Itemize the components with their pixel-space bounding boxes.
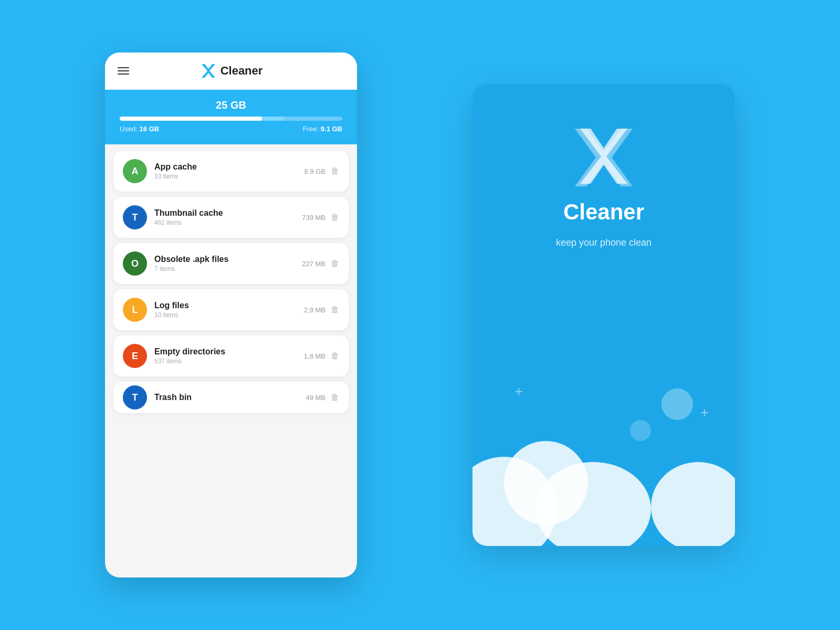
item-info: Trash bin	[154, 393, 298, 402]
items-list: A App cache 33 items 8.9 GB 🗑 T Thumbnai…	[105, 144, 357, 419]
item-count: 461 items	[154, 219, 295, 226]
main-scene: Cleaner 25 GB Used: 16 GB Free: 9.1 GB	[105, 52, 735, 578]
item-size-area: 1,8 MB 🗑	[304, 351, 339, 361]
list-item: L Log files 10 items 2,9 MB 🗑	[113, 289, 349, 330]
item-avatar: O	[123, 251, 147, 276]
app-header: Cleaner	[105, 52, 357, 90]
item-size: 227 MB	[302, 260, 326, 268]
list-item: T Trash bin 49 MB 🗑	[113, 382, 349, 413]
storage-bar-used	[120, 117, 262, 121]
item-avatar: T	[123, 385, 147, 410]
storage-free-label: Free: 9.1 GB	[303, 125, 342, 133]
item-size: 8.9 GB	[304, 167, 326, 175]
list-item: A App cache 33 items 8.9 GB 🗑	[113, 151, 349, 192]
item-size-area: 49 MB 🗑	[306, 393, 339, 402]
item-size-area: 739 MB 🗑	[302, 213, 339, 222]
storage-used-label: Used: 16 GB	[120, 125, 159, 133]
splash-card: Cleaner keep your phone clean + +	[472, 84, 735, 546]
item-avatar: T	[123, 205, 147, 229]
item-avatar: A	[123, 159, 147, 183]
phone-card: Cleaner 25 GB Used: 16 GB Free: 9.1 GB	[105, 52, 357, 578]
trash-icon[interactable]: 🗑	[331, 305, 339, 314]
item-info: Empty directories 537 items	[154, 347, 297, 365]
item-name: Log files	[154, 301, 297, 310]
item-avatar: E	[123, 344, 147, 368]
trash-icon[interactable]: 🗑	[331, 393, 339, 402]
item-info: Log files 10 items	[154, 301, 297, 319]
splash-decoration: + +	[472, 378, 735, 546]
app-title: Cleaner	[220, 64, 263, 78]
storage-total: 25 GB	[120, 99, 342, 111]
storage-labels: Used: 16 GB Free: 9.1 GB	[120, 125, 342, 133]
list-item: T Thumbnail cache 461 items 739 MB 🗑	[113, 197, 349, 238]
storage-bar	[120, 117, 342, 121]
splash-tagline: keep your phone clean	[556, 237, 652, 248]
deco-plus-1: +	[514, 383, 523, 400]
deco-plus-2: +	[700, 404, 709, 421]
item-name: Empty directories	[154, 347, 297, 356]
item-info: Obsolete .apk files 7 items	[154, 255, 295, 272]
item-info: App cache 33 items	[154, 162, 297, 180]
item-count: 7 items	[154, 265, 295, 272]
list-item: E Empty directories 537 items 1,8 MB 🗑	[113, 335, 349, 376]
list-item: O Obsolete .apk files 7 items 227 MB 🗑	[113, 243, 349, 284]
item-name: App cache	[154, 162, 297, 172]
item-avatar: L	[123, 298, 147, 322]
splash-x-logo-icon	[570, 126, 638, 189]
hamburger-menu[interactable]	[118, 67, 129, 75]
storage-section: 25 GB Used: 16 GB Free: 9.1 GB	[105, 90, 357, 144]
x-logo-icon	[200, 62, 217, 80]
item-info: Thumbnail cache 461 items	[154, 208, 295, 226]
trash-icon[interactable]: 🗑	[331, 213, 339, 222]
trash-icon[interactable]: 🗑	[331, 166, 339, 176]
item-name: Thumbnail cache	[154, 208, 295, 218]
app-logo-area: Cleaner	[200, 62, 263, 80]
item-name: Trash bin	[154, 393, 298, 402]
item-name: Obsolete .apk files	[154, 255, 295, 264]
trash-icon[interactable]: 🗑	[331, 259, 339, 268]
splash-app-name: Cleaner	[563, 200, 644, 225]
item-size-area: 2,9 MB 🗑	[304, 305, 339, 314]
item-size: 49 MB	[306, 394, 326, 402]
item-count: 537 items	[154, 358, 297, 365]
item-size-area: 227 MB 🗑	[302, 259, 339, 268]
item-size: 1,8 MB	[304, 352, 326, 360]
item-count: 33 items	[154, 173, 297, 180]
item-size: 2,9 MB	[304, 306, 326, 314]
item-count: 10 items	[154, 311, 297, 319]
item-size-area: 8.9 GB 🗑	[304, 166, 339, 176]
storage-bar-free	[262, 117, 284, 121]
item-size: 739 MB	[302, 214, 326, 222]
trash-icon[interactable]: 🗑	[331, 351, 339, 361]
